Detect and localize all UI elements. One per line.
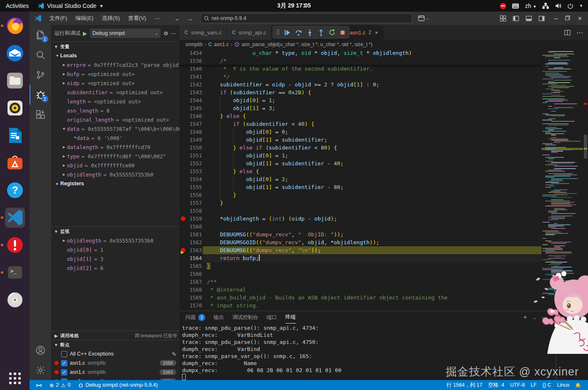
breadcrumb-item[interactable]: snmplib bbox=[185, 42, 202, 47]
code-line-1556[interactable]: 1556 } bbox=[180, 191, 541, 199]
code-line-1557[interactable]: 1557 } bbox=[180, 199, 541, 207]
code-line-1547[interactable]: 1547 if (subidentifier < 40) { bbox=[180, 120, 541, 128]
activities-button[interactable]: Activities bbox=[6, 2, 29, 9]
step-out-button[interactable] bbox=[317, 29, 325, 36]
breakpoint-row[interactable]: ✓asn1.csnmplib1559 bbox=[51, 358, 180, 368]
breadcrumb-item[interactable]: asn_parse_objid(u_char *, size_t *, u_ch… bbox=[241, 42, 372, 47]
dock-item-firefox[interactable] bbox=[5, 16, 25, 36]
expand-chevron-icon[interactable]: ▶ bbox=[61, 163, 67, 167]
dock-item-disc[interactable] bbox=[5, 290, 25, 310]
code-line-1552[interactable]: 1552 objid[1] = subidentifier - 40; bbox=[180, 159, 541, 167]
code-line-1549[interactable]: 1549 objid[1] = subidentifier; bbox=[180, 136, 541, 144]
debug-session-indicator[interactable]: Debug snmpd (net-snmp-5.9.4) bbox=[75, 380, 161, 390]
dock-item-terminal[interactable]: >_ bbox=[5, 262, 25, 282]
variable-row[interactable]: ▶objidlength= 0x5555557353b0 bbox=[51, 236, 180, 245]
dock-item-vscode[interactable] bbox=[5, 208, 25, 228]
scope-row[interactable]: ▶Registers bbox=[51, 179, 180, 188]
activitybar-explorer[interactable]: 1 bbox=[30, 25, 51, 45]
expand-chevron-icon[interactable]: ▶ bbox=[54, 182, 60, 186]
code-line-1568[interactable]: 1568 * @internal bbox=[180, 286, 541, 294]
restart-button[interactable] bbox=[329, 29, 335, 36]
input-language[interactable]: zh ▼ bbox=[525, 2, 536, 9]
variable-row[interactable]: ▼data= 0x5555557387af "\006\b+\006\001\…… bbox=[51, 124, 180, 133]
dock-item-libreoffice[interactable] bbox=[5, 125, 25, 145]
more-actions-icon[interactable]: ⋯ bbox=[541, 314, 547, 321]
continue-button[interactable] bbox=[284, 29, 291, 36]
variable-row[interactable]: original_length= <optimized out> bbox=[51, 115, 180, 124]
statusbar-item[interactable]: UTF-8 bbox=[507, 380, 528, 390]
debug-config-select[interactable]: Debug snmpd ⌄ bbox=[90, 28, 161, 38]
variable-row[interactable]: ▶datalength= 0x7fffffffcd70 bbox=[51, 142, 180, 152]
activitybar-extensions[interactable] bbox=[30, 105, 51, 125]
menu-item-3[interactable]: 查看(V) bbox=[124, 13, 150, 24]
statusbar-item[interactable]: LF bbox=[528, 380, 540, 390]
customize-layout-icon[interactable] bbox=[500, 15, 506, 22]
watch-header[interactable]: ▼ 监视 bbox=[51, 227, 180, 236]
code-line-1551[interactable]: 1551 objid[0] = 1; bbox=[180, 152, 541, 159]
expand-chevron-icon[interactable]: ▶ bbox=[61, 72, 67, 76]
expand-chevron-icon[interactable]: ▼ bbox=[54, 54, 60, 58]
expand-chevron-icon[interactable]: ▶ bbox=[61, 81, 67, 85]
code-line-1553[interactable]: 1553 } else { bbox=[180, 167, 541, 175]
volume-icon[interactable] bbox=[555, 2, 561, 9]
dock-item-help[interactable]: ? bbox=[5, 180, 25, 200]
activitybar-account[interactable] bbox=[30, 340, 51, 360]
code-line-1546[interactable]: 1546 } else { bbox=[180, 112, 541, 120]
close-button[interactable]: ✕ bbox=[578, 15, 582, 22]
breakpoint-row[interactable]: ✓asn1.csnmplib1563 bbox=[51, 368, 180, 377]
start-debug-icon[interactable]: ▶ bbox=[83, 30, 87, 37]
close-icon[interactable]: × bbox=[375, 29, 378, 36]
activitybar-debug[interactable]: 1 bbox=[30, 85, 51, 105]
command-center-search[interactable]: net-snmp-5.9.4 bbox=[200, 13, 412, 23]
expand-chevron-icon[interactable]: ▶ bbox=[61, 63, 67, 67]
code-line-1559[interactable]: 1559 *objidlength = (int) (oidp - objid)… bbox=[180, 215, 541, 223]
panel-tab-终端[interactable]: 终端 bbox=[285, 311, 296, 324]
clock[interactable]: 3月 29 17∶05 bbox=[277, 2, 311, 10]
expand-chevron-icon[interactable]: ▶ bbox=[61, 154, 67, 158]
remote-browser-icon[interactable]: ⌄ bbox=[418, 15, 429, 21]
toggle-secondary-sidebar-icon[interactable] bbox=[539, 15, 545, 22]
editor-tab-snmp_vars.c[interactable]: Csnmp_vars.c bbox=[180, 25, 227, 40]
menu-item-2[interactable]: 选择(S) bbox=[98, 13, 123, 24]
variable-row[interactable]: ▶objidlength= 0x5555557353b0 bbox=[51, 170, 180, 179]
expand-chevron-icon[interactable]: ▶ bbox=[61, 172, 67, 177]
minimize-button[interactable]: ─ bbox=[554, 15, 558, 22]
overview-ruler[interactable] bbox=[583, 49, 588, 311]
gear-icon[interactable]: ⚙ bbox=[163, 30, 168, 37]
nav-back-icon[interactable]: ← bbox=[175, 15, 181, 22]
breadcrumb[interactable]: snmplib›Casn1.c›asn_parse_objid(u_char *… bbox=[180, 40, 588, 49]
statusbar-item[interactable]: 行 1564，列 17 bbox=[443, 380, 485, 390]
breakpoint-row[interactable]: ✓asn1.csnmplib1594 bbox=[51, 377, 180, 380]
code-line-1567[interactable]: 1567/** bbox=[180, 278, 541, 286]
variable-row[interactable]: ▶bufp= <optimized out> bbox=[51, 69, 180, 78]
dock-item-files[interactable] bbox=[5, 71, 25, 91]
edit-pencil-icon[interactable]: ✎ bbox=[172, 351, 176, 357]
code-editor[interactable]: 1454 u_char * type, oid * objid, size_t … bbox=[180, 49, 588, 311]
step-over-button[interactable] bbox=[295, 29, 302, 36]
activitybar-scm[interactable] bbox=[30, 65, 51, 85]
menu-item-0[interactable]: 文件(F) bbox=[46, 13, 71, 24]
dock-item-app-grid[interactable] bbox=[5, 368, 25, 388]
code-line-1570[interactable]: 1570 * input string. bbox=[180, 302, 541, 309]
menu-item-1[interactable]: 编辑(E) bbox=[72, 13, 97, 24]
expand-chevron-icon[interactable]: ▼ bbox=[61, 127, 67, 131]
editor-tab-snmp_api.c[interactable]: Csnmp_api.c bbox=[227, 25, 271, 40]
toggle-sidebar-icon[interactable] bbox=[513, 15, 519, 22]
expand-chevron-icon[interactable]: ▶ bbox=[61, 238, 67, 243]
step-into-button[interactable] bbox=[306, 29, 313, 36]
code-line-1545[interactable]: 1545 objid[1] = 3; bbox=[180, 104, 541, 112]
code-line-1560[interactable]: 1560 bbox=[180, 223, 541, 231]
toolbar-grip-icon[interactable] bbox=[276, 29, 280, 36]
code-line-1554[interactable]: 1554 objid[0] = 2; bbox=[180, 175, 541, 183]
code-line-1536[interactable]: 1536 /* bbox=[180, 57, 541, 65]
variables-header[interactable]: ▼ 变量 bbox=[51, 42, 180, 51]
code-line-1558[interactable]: 1558 bbox=[180, 207, 541, 215]
variable-row[interactable]: asn_length= 8 bbox=[51, 106, 180, 115]
stop-button[interactable] bbox=[340, 29, 346, 36]
dock-item-thunderbird[interactable] bbox=[5, 43, 25, 63]
checkbox-checked[interactable]: ✓ bbox=[61, 369, 67, 375]
activitybar-search[interactable] bbox=[30, 45, 51, 65]
code-line-1454[interactable]: 1454 u_char * type, oid * objid, size_t … bbox=[180, 49, 541, 57]
minimap[interactable] bbox=[541, 49, 583, 311]
dock-item-software[interactable] bbox=[5, 153, 25, 173]
